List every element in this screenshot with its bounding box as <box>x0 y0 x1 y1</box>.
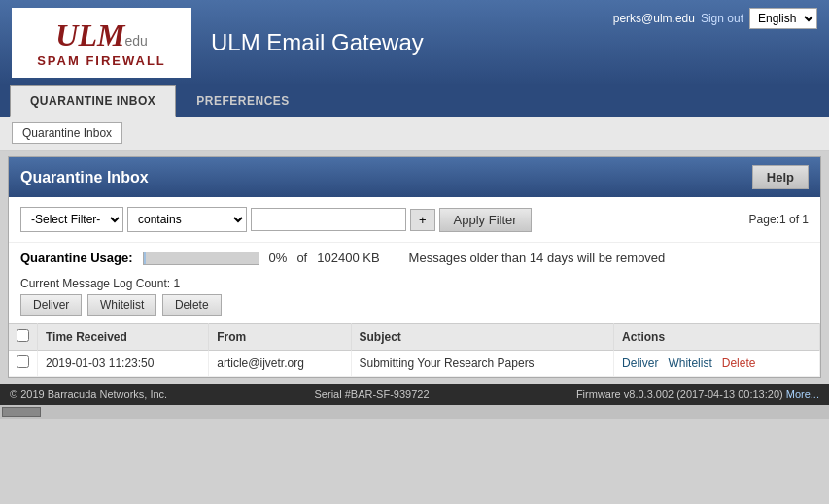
filter-row: -Select Filter- From Subject Date contai… <box>9 197 820 243</box>
cell-actions: Deliver Whitelist Delete <box>614 351 820 377</box>
message-warning: Messages older than 14 days will be remo… <box>409 251 666 265</box>
usage-percent: 0% <box>269 251 288 265</box>
breadcrumb-button[interactable]: Quarantine Inbox <box>12 122 122 144</box>
logo-edu: edu <box>124 33 147 49</box>
nav-tabs: QUARANTINE INBOX PREFERENCES <box>0 85 829 117</box>
progress-bar <box>143 252 259 265</box>
scroll-thumb[interactable] <box>2 407 41 417</box>
whitelist-button[interactable]: Whitelist <box>87 294 156 316</box>
usage-of: of <box>296 251 307 265</box>
footer: © 2019 Barracuda Networks, Inc. Serial #… <box>0 384 829 405</box>
logo-spam: SPAM FIREWALL <box>37 53 166 68</box>
logo-ulm: ULM <box>55 17 124 53</box>
row-checkbox[interactable] <box>17 355 29 368</box>
apply-filter-button[interactable]: Apply Filter <box>439 208 532 232</box>
footer-firmware: Firmware v8.0.3.002 (2017-04-13 00:13:20… <box>576 388 819 400</box>
logo-top-line: ULM edu <box>55 17 147 53</box>
footer-copyright: © 2019 Barracuda Networks, Inc. <box>10 388 167 400</box>
user-email: perks@ulm.edu <box>613 12 695 25</box>
footer-serial: Serial #BAR-SF-939722 <box>315 388 430 400</box>
col-actions: Actions <box>614 324 820 351</box>
col-time-received: Time Received <box>38 324 209 351</box>
col-checkbox <box>9 324 38 351</box>
main-content: Quarantine Inbox Help -Select Filter- Fr… <box>8 156 821 378</box>
filter-input[interactable] <box>251 208 406 231</box>
footer-firmware-text: Firmware v8.0.3.002 (2017-04-13 00:13:20… <box>576 388 783 400</box>
horizontal-scrollbar[interactable] <box>0 405 829 419</box>
language-select[interactable]: English <box>749 8 817 29</box>
usage-row: Quarantine Usage: 0% of 102400 KB Messag… <box>9 243 820 273</box>
table-row: 2019-01-03 11:23:50 article@ijvetr.org S… <box>9 351 820 377</box>
header: ULM edu SPAM FIREWALL ULM Email Gateway … <box>0 0 829 85</box>
breadcrumb-bar: Quarantine Inbox <box>0 117 829 151</box>
section-header: Quarantine Inbox Help <box>9 157 820 197</box>
delete-button[interactable]: Delete <box>162 294 222 316</box>
page-info: Page:1 of 1 <box>749 213 809 226</box>
email-table: Time Received From Subject Actions 2019-… <box>9 323 820 377</box>
tab-preferences[interactable]: PREFERENCES <box>176 85 310 117</box>
usage-capacity: 102400 KB <box>317 251 379 265</box>
filter-plus-button[interactable]: + <box>410 209 435 231</box>
signout-link[interactable]: Sign out <box>701 12 743 25</box>
action-delete-link[interactable]: Delete <box>722 356 756 370</box>
action-deliver-link[interactable]: Deliver <box>622 356 658 370</box>
tab-quarantine-inbox[interactable]: QUARANTINE INBOX <box>10 85 176 117</box>
message-log-count: Current Message Log Count: 1 <box>20 277 809 290</box>
filter-contains-select[interactable]: contains does not contain equals <box>127 207 247 232</box>
col-from: From <box>209 324 351 351</box>
cell-from: article@ijvetr.org <box>209 351 351 377</box>
filter-select[interactable]: -Select Filter- From Subject Date <box>20 207 123 232</box>
select-all-checkbox[interactable] <box>17 329 29 342</box>
cell-subject: Submitting Your Research Papers <box>351 351 614 377</box>
help-button[interactable]: Help <box>752 165 809 189</box>
action-whitelist-link[interactable]: Whitelist <box>668 356 711 370</box>
deliver-button[interactable]: Deliver <box>20 294 82 316</box>
action-row: Current Message Log Count: 1 Deliver Whi… <box>9 273 820 323</box>
table-header-row: Time Received From Subject Actions <box>9 324 820 351</box>
progress-bar-fill <box>144 252 146 264</box>
col-subject: Subject <box>351 324 614 351</box>
cell-time-received: 2019-01-03 11:23:50 <box>38 351 209 377</box>
app-title: ULM Email Gateway <box>211 29 424 56</box>
footer-more-link[interactable]: More... <box>786 388 819 400</box>
section-title: Quarantine Inbox <box>20 169 149 186</box>
row-checkbox-cell <box>9 351 38 377</box>
header-top-right: perks@ulm.edu Sign out English <box>613 8 817 29</box>
logo-box: ULM edu SPAM FIREWALL <box>12 8 191 78</box>
usage-label: Quarantine Usage: <box>20 251 133 265</box>
